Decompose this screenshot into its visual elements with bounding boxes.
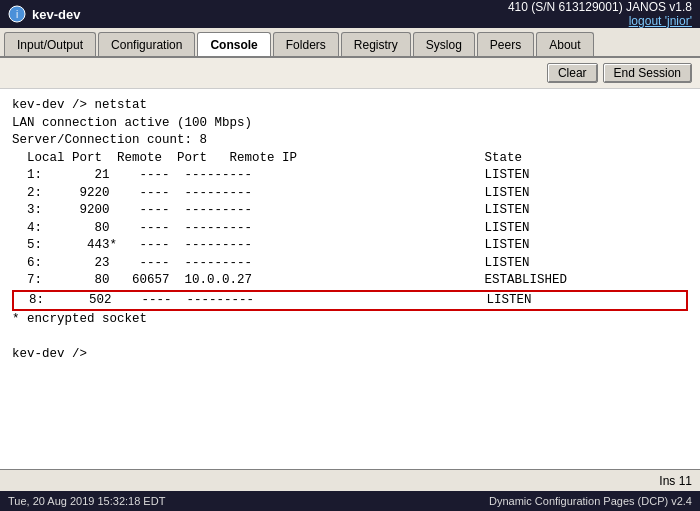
device-info: 410 (S/N 613129001) JANOS v1.8 bbox=[508, 0, 692, 14]
clear-button[interactable]: Clear bbox=[547, 63, 598, 83]
end-session-button[interactable]: End Session bbox=[603, 63, 692, 83]
footer-bar: Tue, 20 Aug 2019 15:32:18 EDT Dynamic Co… bbox=[0, 491, 700, 511]
tab-input-output[interactable]: Input/Output bbox=[4, 32, 96, 56]
svg-text:i: i bbox=[16, 9, 18, 20]
console-highlighted-row: 8: 502 ---- --------- LISTEN bbox=[12, 290, 688, 312]
logout-link[interactable]: logout 'jnior' bbox=[629, 14, 692, 28]
dcp-version: Dynamic Configuration Pages (DCP) v2.4 bbox=[489, 495, 692, 507]
console-line-2: LAN connection active (100 Mbps) bbox=[12, 116, 252, 130]
timestamp: Tue, 20 Aug 2019 15:32:18 EDT bbox=[8, 495, 165, 507]
console-line-3: Server/Connection count: 8 bbox=[12, 133, 207, 147]
console-line-8: 4: 80 ---- --------- LISTEN bbox=[12, 221, 530, 235]
tab-bar: Input/Output Configuration Console Folde… bbox=[0, 28, 700, 58]
title-bar: i kev-dev 410 (S/N 613129001) JANOS v1.8… bbox=[0, 0, 700, 28]
app-logo-icon: i bbox=[8, 5, 26, 23]
cursor-position: Ins 11 bbox=[659, 474, 692, 488]
console-line-9: 5: 443* ---- --------- LISTEN bbox=[12, 238, 530, 252]
console-area[interactable]: kev-dev /> netstat LAN connection active… bbox=[0, 89, 700, 469]
console-line-10: 6: 23 ---- --------- LISTEN bbox=[12, 256, 530, 270]
console-line-11: 7: 80 60657 10.0.0.27 ESTABLISHED bbox=[12, 273, 567, 287]
tab-configuration[interactable]: Configuration bbox=[98, 32, 195, 56]
tab-syslog[interactable]: Syslog bbox=[413, 32, 475, 56]
main-content: Clear End Session kev-dev /> netstat LAN… bbox=[0, 58, 700, 491]
console-footer-1: * encrypted socket bbox=[12, 312, 147, 326]
console-line-4: Local Port Remote Port Remote IP State bbox=[12, 151, 522, 165]
tab-registry[interactable]: Registry bbox=[341, 32, 411, 56]
console-line-6: 2: 9220 ---- --------- LISTEN bbox=[12, 186, 530, 200]
tab-folders[interactable]: Folders bbox=[273, 32, 339, 56]
status-bar: Ins 11 bbox=[0, 469, 700, 491]
title-bar-right: 410 (S/N 613129001) JANOS v1.8 logout 'j… bbox=[508, 0, 692, 28]
console-footer-3: kev-dev /> bbox=[12, 347, 87, 361]
console-line-7: 3: 9200 ---- --------- LISTEN bbox=[12, 203, 530, 217]
toolbar: Clear End Session bbox=[0, 58, 700, 89]
tab-about[interactable]: About bbox=[536, 32, 593, 56]
console-line-1: kev-dev /> netstat bbox=[12, 98, 147, 112]
title-bar-left: i kev-dev bbox=[8, 5, 80, 23]
app-name: kev-dev bbox=[32, 7, 80, 22]
console-line-5: 1: 21 ---- --------- LISTEN bbox=[12, 168, 530, 182]
tab-console[interactable]: Console bbox=[197, 32, 270, 56]
tab-peers[interactable]: Peers bbox=[477, 32, 534, 56]
